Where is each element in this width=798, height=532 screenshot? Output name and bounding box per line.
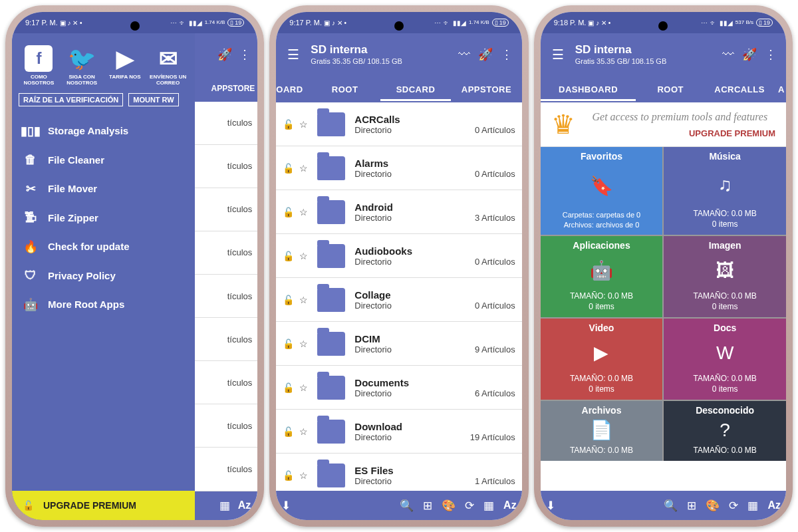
social-facebook[interactable]: f COMO NOSOTROS	[19, 45, 59, 86]
folder-row[interactable]: 🔓☆AlarmsDirectorio0 Artículos	[276, 146, 521, 190]
search-icon[interactable]: 🔍	[664, 499, 678, 513]
sort-az-button[interactable]: Az	[238, 499, 251, 511]
upgrade-premium-button[interactable]: 🔓 UPGRADE PREMIUM	[12, 491, 195, 520]
squiggle-icon[interactable]: 〰	[722, 48, 734, 62]
download-icon[interactable]: ⬇	[281, 499, 291, 513]
squiggle-icon[interactable]: 〰	[458, 48, 470, 62]
lock-icon[interactable]: 🔓	[283, 207, 294, 217]
tab-dashboard[interactable]: DASHBOARD	[541, 78, 636, 101]
promo-upgrade-button[interactable]: UPGRADE PREMIUM	[585, 128, 775, 138]
folder-row[interactable]: 🔓☆DownloadDirectorio19 Artículos	[276, 410, 521, 454]
window-icon[interactable]: ▦	[483, 499, 494, 513]
palette-icon[interactable]: 🎨	[706, 499, 720, 513]
star-icon[interactable]: ☆	[299, 163, 308, 174]
menu-file-zipper[interactable]: 🗜File Zipper	[19, 205, 188, 230]
star-icon[interactable]: ☆	[299, 426, 308, 437]
check-root-button[interactable]: RAÍZ DE LA VERIFICACIÓN	[19, 93, 123, 106]
camera-hole	[130, 21, 140, 31]
tab-dashboard[interactable]: OARD	[276, 78, 309, 101]
star-icon[interactable]: ☆	[299, 338, 308, 349]
tile-aplicaciones[interactable]: Aplicaciones 🤖 TAMAÑO: 0.0 MB0 items	[541, 236, 663, 317]
refresh-icon[interactable]: ⟳	[465, 499, 474, 513]
sort-az-button[interactable]: Az	[503, 499, 517, 511]
status-battery: ▯19	[227, 19, 244, 27]
social-playstore[interactable]: ▶ TARIFA NOS	[105, 45, 146, 86]
sort-az-button[interactable]: Az	[767, 499, 781, 511]
folder-name: Collage	[354, 289, 515, 301]
lock-icon[interactable]: 🔓	[283, 382, 294, 393]
premium-promo[interactable]: ♛ Get access to premium tools and featur…	[541, 102, 786, 147]
star-icon[interactable]: ☆	[299, 119, 308, 130]
social-email[interactable]: ✉ ENVÍENOS UN CORREO	[148, 45, 188, 86]
app-bar: ☰ SD interna Gratis 35.35 GB/ 108.15 GB …	[541, 33, 786, 76]
star-icon[interactable]: ☆	[299, 382, 308, 393]
folder-row[interactable]: 🔓☆ACRCallsDirectorio0 Artículos	[276, 102, 521, 146]
tile-imagen[interactable]: Imagen 🖼 TAMAÑO: 0.0 MB0 items	[664, 236, 786, 317]
folder-row[interactable]: 🔓☆ES FilesDirectorio1 Artículos	[276, 454, 521, 491]
star-icon[interactable]: ☆	[299, 207, 308, 217]
folder-list[interactable]: 🔓☆ACRCallsDirectorio0 Artículos🔓☆AlarmsD…	[276, 102, 521, 491]
new-folder-icon[interactable]: ⊞	[687, 499, 696, 513]
folder-row[interactable]: 🔓☆DocumentsDirectorio6 Artículos	[276, 366, 521, 410]
folder-row[interactable]: 🔓☆DCIMDirectorio9 Artículos	[276, 322, 521, 366]
menu-check-update[interactable]: 🔥Check for update	[19, 234, 188, 259]
bottom-toolbar: ⬇ 🔍 ⊞ 🎨 ⟳ ▦ Az	[276, 491, 521, 520]
tab-sdcard[interactable]: SDCARD	[380, 78, 451, 101]
phone-1: 9:17 P. M. ▣ ♪ ✕ • ⋯ᯤ▮▮◢ 1.74 K/B ▯19 🚀⋮…	[5, 5, 264, 527]
search-icon[interactable]: 🔍	[400, 499, 414, 513]
overflow-icon[interactable]: ⋮	[239, 47, 251, 62]
folder-row[interactable]: 🔓☆CollageDirectorio0 Artículos	[276, 278, 521, 322]
lock-icon[interactable]: 🔓	[283, 338, 294, 349]
lock-icon[interactable]: 🔓	[283, 119, 294, 130]
lock-icon[interactable]: 🔓	[283, 163, 294, 174]
menu-file-mover[interactable]: ✂File Mover	[19, 176, 188, 201]
hamburger-icon[interactable]: ☰	[546, 47, 570, 63]
mount-rw-button[interactable]: MOUNT RW	[128, 93, 179, 106]
new-folder-icon[interactable]: ⊞	[423, 499, 432, 513]
menu-more-root-apps[interactable]: 🤖More Root Apps	[19, 292, 188, 317]
tab-appstore[interactable]: A	[774, 78, 786, 101]
bar-chart-icon: ▮▯▮	[23, 124, 39, 138]
rocket-icon[interactable]: 🚀	[742, 47, 757, 62]
hamburger-icon[interactable]: ☰	[281, 47, 305, 63]
palette-icon[interactable]: 🎨	[442, 499, 456, 513]
tile-archivos[interactable]: Archivos 📄 TAMAÑO: 0.0 MB	[541, 401, 663, 461]
star-icon[interactable]: ☆	[299, 470, 308, 481]
phone-2: 9:17 P. M. ▣ ♪ ✕ • ⋯ᯤ▮▮◢ 1.74 K/B ▯19 ☰ …	[269, 5, 528, 527]
tab-appstore[interactable]: APPSTORE	[451, 78, 521, 101]
rocket-icon[interactable]: 🚀	[217, 47, 232, 62]
download-icon[interactable]: ⬇	[546, 499, 555, 513]
folder-count: 3 Artículos	[475, 213, 515, 223]
lock-icon[interactable]: 🔓	[283, 470, 294, 481]
overflow-icon[interactable]: ⋮	[501, 47, 513, 62]
tile-desconocido[interactable]: Desconocido ? TAMAÑO: 0.0 MB	[664, 401, 786, 461]
rocket-icon[interactable]: 🚀	[478, 47, 493, 62]
overflow-icon[interactable]: ⋮	[765, 47, 777, 62]
phone-3: 9:18 P. M. ▣ ♪ ✕ • ⋯ᯤ▮▮◢ 537 B/s ▯19 ☰ S…	[534, 5, 793, 527]
window-icon[interactable]: ▦	[219, 499, 230, 513]
tile-musica[interactable]: Música ♫ TAMAÑO: 0.0 MB0 items	[664, 147, 786, 235]
refresh-icon[interactable]: ⟳	[729, 499, 738, 513]
tile-docs[interactable]: Docs W TAMAÑO: 0.0 MB0 items	[664, 319, 786, 400]
star-icon[interactable]: ☆	[299, 251, 308, 261]
folder-row[interactable]: 🔓☆AndroidDirectorio3 Artículos	[276, 190, 521, 234]
tab-acrcalls[interactable]: ACRCALLS	[705, 78, 774, 101]
tile-favoritos[interactable]: Favoritos 🔖 Carpetas: carpetas de 0Archi…	[541, 147, 663, 235]
tab-root[interactable]: ROOT	[636, 78, 705, 101]
tab-appstore-peek[interactable]: APPSTORE	[211, 84, 255, 93]
folder-row[interactable]: 🔓☆AudiobooksDirectorio0 Artículos	[276, 234, 521, 278]
lock-icon[interactable]: 🔓	[283, 295, 294, 305]
menu-storage-analysis[interactable]: ▮▯▮Storage Analysis	[19, 118, 188, 144]
lock-icon[interactable]: 🔓	[283, 426, 294, 437]
star-icon[interactable]: ☆	[299, 295, 308, 305]
folder-icon	[317, 112, 345, 136]
tab-root[interactable]: ROOT	[309, 78, 380, 101]
folder-count: 9 Artículos	[475, 344, 515, 354]
menu-file-cleaner[interactable]: 🗑File Cleaner	[19, 148, 188, 172]
tile-video[interactable]: Video ▶ TAMAÑO: 0.0 MB0 items	[541, 319, 663, 400]
folder-icon	[317, 200, 345, 224]
window-icon[interactable]: ▦	[747, 499, 758, 513]
social-twitter[interactable]: 🐦 SIGA CON NOSOTROS	[62, 45, 102, 86]
menu-privacy-policy[interactable]: 🛡Privacy Policy	[19, 263, 188, 288]
lock-icon[interactable]: 🔓	[283, 251, 294, 261]
